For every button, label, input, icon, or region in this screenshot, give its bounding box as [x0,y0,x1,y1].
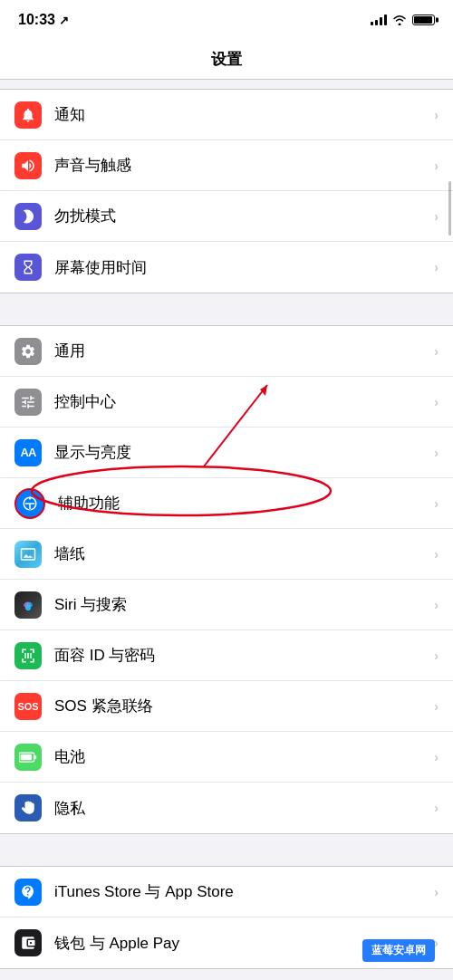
scroll-indicator [448,181,451,235]
privacy-label: 隐私 [54,798,434,819]
gear-icon [20,343,36,360]
wallet-label: 钱包 与 Apple Pay [54,933,434,954]
itunes-item[interactable]: iTunes Store 与 App Store › [0,867,453,918]
screentime-icon-wrap [14,254,42,281]
chevron-icon: › [434,885,439,899]
faceid-label: 面容 ID 与密码 [54,645,434,666]
notifications-label: 通知 [54,104,434,125]
itunes-label: iTunes Store 与 App Store [54,881,434,902]
list-item[interactable]: 屏幕使用时间 › [0,242,453,293]
page-title: 设置 [211,49,242,70]
wallpaper-icon [20,546,36,562]
wallpaper-label: 墙纸 [54,543,434,564]
appstore-icon-wrap [14,879,42,906]
sound-icon [20,158,36,174]
chevron-icon: › [434,547,439,562]
sos-label: SOS 紧急联络 [54,696,434,716]
general-label: 通用 [54,341,434,361]
status-bar: 10:33 ↗ [0,0,453,40]
list-item[interactable]: 勿扰模式 › [0,191,453,242]
chevron-icon: › [434,649,439,663]
display-icon-wrap: AA [14,439,42,466]
sliders-icon [20,394,36,410]
chevron-icon: › [434,344,439,359]
chevron-icon: › [434,395,439,409]
svg-rect-6 [21,754,33,760]
accessibility-item[interactable]: 辅助功能 › [0,478,453,529]
list-item[interactable]: AA 显示与亮度 › [0,428,453,478]
wallet-icon-wrap [14,929,42,956]
hourglass-icon [20,259,36,275]
chevron-icon: › [434,209,439,224]
status-icons [371,14,435,25]
chevron-icon: › [434,750,439,764]
chevron-icon: › [434,699,439,714]
display-label: 显示与亮度 [54,442,434,463]
list-item[interactable]: 面容 ID 与密码 › [0,630,453,681]
section-store: iTunes Store 与 App Store › 钱包 与 Apple Pa… [0,866,453,969]
sos-icon: SOS [17,701,38,712]
siri-label: Siri 与搜索 [54,594,434,615]
chevron-icon: › [434,260,439,274]
chevron-icon: › [434,496,439,511]
list-item[interactable]: SOS SOS 紧急联络 › [0,681,453,732]
faceid-icon [20,648,36,664]
list-item[interactable]: 通知 › [0,90,453,140]
chevron-icon: › [434,159,439,173]
sounds-label: 声音与触感 [54,155,434,176]
wallet-item[interactable]: 钱包 与 Apple Pay › [0,918,453,968]
chevron-icon: › [434,936,439,950]
general-icon-wrap [14,338,42,365]
list-item[interactable]: 控制中心 › [0,377,453,428]
aa-icon: AA [21,446,36,459]
svg-rect-5 [34,754,37,758]
section-gap-3 [0,834,453,866]
accessibility-label: 辅助功能 [58,493,434,514]
section-gap-1 [0,80,453,89]
bell-icon [20,107,36,123]
siri-icon-wrap [14,591,42,619]
dnd-label: 勿扰模式 [54,206,434,226]
list-item[interactable]: 通用 › [0,326,453,377]
section-notifications: 通知 › 声音与触感 › 勿扰模式 › 屏幕使用时间 › [0,89,453,293]
controlcenter-icon-wrap [14,389,42,416]
list-item[interactable]: 墙纸 › [0,529,453,580]
notifications-icon-wrap [14,101,42,129]
battery-icon [412,14,435,25]
faceid-icon-wrap [14,642,42,669]
moon-icon [20,208,36,225]
wallpaper-icon-wrap [14,541,42,568]
siri-icon [19,596,37,614]
nav-bar: 设置 [0,40,453,80]
chevron-icon: › [434,801,439,815]
battery-item-icon-wrap [14,744,42,771]
sounds-icon-wrap [14,152,42,179]
privacy-icon-wrap [14,794,42,821]
chevron-icon: › [434,598,439,612]
section-gap-2 [0,293,453,325]
wifi-icon [392,14,407,25]
battery-item-icon [19,752,37,763]
battery-label: 电池 [54,746,434,767]
signal-icon [371,14,387,25]
chevron-icon: › [434,446,439,460]
list-item[interactable]: Siri 与搜索 › [0,580,453,630]
accessibility-icon-wrap [14,488,45,519]
status-time: 10:33 ↗ [18,12,69,28]
accessibility-icon [22,495,38,512]
appstore-icon [20,884,36,900]
list-item[interactable]: 声音与触感 › [0,140,453,191]
chevron-icon: › [434,108,439,122]
list-item[interactable]: 电池 › [0,732,453,783]
svg-point-3 [25,601,31,605]
hand-icon [20,800,36,816]
sos-icon-wrap: SOS [14,693,42,720]
section-general: 通用 › 控制中心 › AA 显示与亮度 › 辅助功能 › [0,325,453,834]
list-item[interactable]: 隐私 › [0,783,453,833]
controlcenter-label: 控制中心 [54,391,434,412]
screentime-label: 屏幕使用时间 [54,257,434,278]
wallet-icon [20,935,36,951]
dnd-icon-wrap [14,203,42,230]
